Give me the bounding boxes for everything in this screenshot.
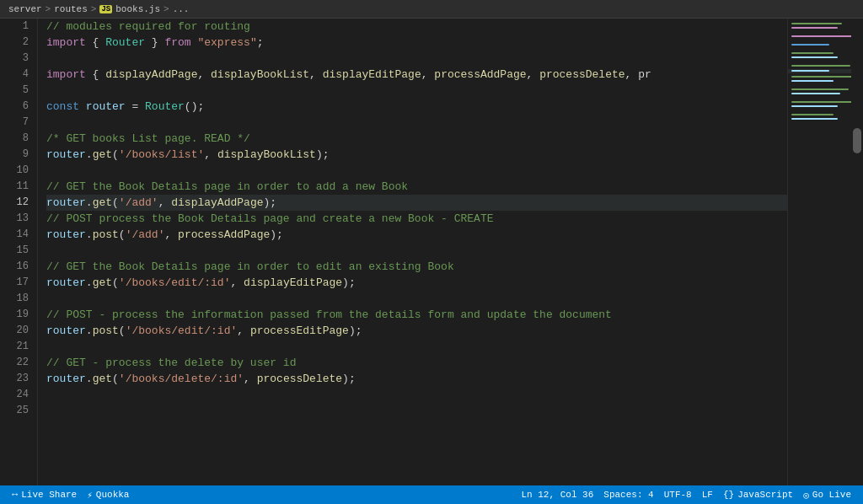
code-line-7: [46, 115, 787, 131]
code-line-8: /* GET books List page. READ */: [46, 131, 787, 147]
svg-rect-16: [791, 114, 834, 115]
code-line-20: router.post('/books/edit/:id', processEd…: [46, 323, 787, 339]
line-num-9: 9: [0, 147, 29, 163]
code-line-2: import { Router } from "express";: [46, 35, 787, 51]
code-line-9: router.get('/books/list', displayBookLis…: [46, 147, 787, 163]
code-line-22: // GET - process the delete by user id: [46, 355, 787, 371]
editor: 1 2 3 4 5 6 7 8 9 10 11 12 13 14 15 16 1…: [0, 19, 863, 485]
svg-rect-6: [791, 56, 838, 58]
line-num-3: 3: [0, 51, 29, 67]
breadcrumb-ellipsis: ...: [173, 4, 190, 14]
status-encoding[interactable]: UTF-8: [659, 485, 697, 504]
code-line-25: [46, 403, 787, 419]
code-line-6: const router = Router();: [46, 99, 787, 115]
line-num-8: 8: [0, 131, 29, 147]
line-num-23: 23: [0, 371, 29, 387]
code-line-21: [46, 339, 787, 355]
svg-rect-3: [791, 35, 859, 37]
code-line-10: [46, 163, 787, 179]
line-num-17: 17: [0, 275, 29, 291]
svg-rect-14: [791, 101, 859, 103]
status-language[interactable]: {} JavaScript: [718, 485, 798, 504]
status-go-live[interactable]: ◎ Go Live: [798, 485, 856, 504]
svg-rect-2: [791, 27, 838, 29]
line-num-12: 12: [0, 195, 29, 211]
breadcrumb-file[interactable]: books.js: [115, 4, 160, 14]
svg-rect-17: [791, 118, 838, 120]
line-num-13: 13: [0, 211, 29, 227]
line-num-16: 16: [0, 259, 29, 275]
lf-label: LF: [702, 490, 713, 500]
line-num-4: 4: [0, 67, 29, 83]
line-num-2: 2: [0, 35, 29, 51]
encoding-label: UTF-8: [664, 490, 692, 500]
line-num-22: 22: [0, 355, 29, 371]
breadcrumb-routes[interactable]: routes: [54, 4, 88, 14]
svg-rect-4: [791, 44, 829, 46]
status-live-share[interactable]: ↔ Live Share: [7, 485, 82, 504]
code-line-12: router.get('/add', displayAddPage);: [46, 195, 787, 211]
spaces-label: Spaces: 4: [603, 490, 653, 500]
svg-rect-5: [791, 52, 834, 54]
scrollbar[interactable]: [851, 19, 863, 485]
scrollbar-thumb[interactable]: [853, 128, 861, 153]
line-num-14: 14: [0, 227, 29, 243]
code-line-5: [46, 83, 787, 99]
go-live-label[interactable]: Go Live: [812, 490, 851, 500]
code-line-11: // GET the Book Details page in order to…: [46, 179, 787, 195]
svg-rect-9: [791, 70, 829, 72]
svg-rect-10: [791, 76, 855, 78]
status-ln-col[interactable]: Ln 12, Col 36: [516, 485, 598, 504]
go-live-icon: ◎: [803, 490, 809, 501]
line-num-5: 5: [0, 83, 29, 99]
live-share-label[interactable]: Live Share: [21, 490, 77, 500]
line-num-25: 25: [0, 403, 29, 419]
code-line-14: router.post('/add', processAddPage);: [46, 227, 787, 243]
line-num-18: 18: [0, 291, 29, 307]
code-line-23: router.get('/books/delete/:id', processD…: [46, 371, 787, 387]
code-line-17: router.get('/books/edit/:id', displayEdi…: [46, 275, 787, 291]
line-numbers: 1 2 3 4 5 6 7 8 9 10 11 12 13 14 15 16 1…: [0, 19, 38, 485]
status-bar: ↔ Live Share ⚡ Quokka Ln 12, Col 36 Spac…: [0, 485, 863, 504]
js-file-icon: JS: [99, 5, 112, 13]
code-line-3: [46, 51, 787, 67]
breadcrumb-server[interactable]: server: [8, 4, 42, 14]
status-quokka[interactable]: ⚡ Quokka: [82, 485, 134, 504]
line-num-7: 7: [0, 115, 29, 131]
code-line-15: [46, 243, 787, 259]
svg-rect-11: [791, 80, 834, 82]
status-spaces[interactable]: Spaces: 4: [598, 485, 658, 504]
line-num-20: 20: [0, 323, 29, 339]
line-num-19: 19: [0, 307, 29, 323]
svg-rect-12: [791, 88, 849, 90]
live-share-icon: ↔: [12, 489, 18, 501]
line-num-1: 1: [0, 19, 29, 35]
quokka-label[interactable]: Quokka: [96, 490, 130, 500]
code-line-4: import { displayAddPage, displayBookList…: [46, 67, 787, 83]
line-num-11: 11: [0, 179, 29, 195]
code-line-13: // POST process the Book Details page an…: [46, 211, 787, 227]
line-num-6: 6: [0, 99, 29, 115]
code-line-18: [46, 291, 787, 307]
code-line-16: // GET the Book Details page in order to…: [46, 259, 787, 275]
code-line-24: [46, 387, 787, 403]
svg-rect-7: [791, 65, 850, 67]
line-num-21: 21: [0, 339, 29, 355]
language-label: JavaScript: [737, 490, 793, 500]
svg-rect-13: [791, 93, 840, 94]
status-right-group: Ln 12, Col 36 Spaces: 4 UTF-8 LF {} Java…: [516, 485, 856, 504]
line-num-10: 10: [0, 163, 29, 179]
quokka-icon: ⚡: [87, 490, 93, 501]
breadcrumb: server > routes > JS books.js > ...: [0, 0, 863, 19]
line-num-24: 24: [0, 387, 29, 403]
ln-col-label: Ln 12, Col 36: [521, 490, 593, 500]
code-line-19: // POST - process the information passed…: [46, 307, 787, 323]
line-num-15: 15: [0, 243, 29, 259]
code-area[interactable]: // modules required for routing import {…: [38, 19, 787, 485]
svg-rect-15: [791, 105, 838, 107]
svg-rect-1: [791, 23, 842, 24]
status-lf[interactable]: LF: [697, 485, 718, 504]
code-line-1: // modules required for routing: [46, 19, 787, 35]
language-icon: {}: [723, 490, 734, 500]
